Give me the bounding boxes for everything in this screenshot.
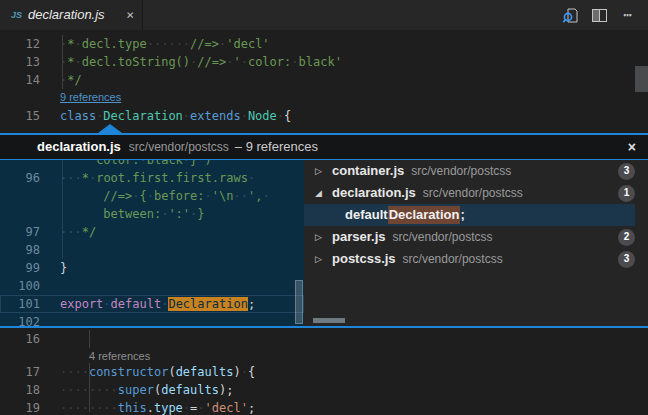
peek-body: color:·black·}')96···*·root.first.first.… xyxy=(0,160,648,328)
indent-guide xyxy=(62,160,63,259)
code-text xyxy=(40,313,60,326)
vscode-window: JS declaration.js × ⋯ 1 xyxy=(0,0,648,415)
editor-scrollbar[interactable] xyxy=(635,66,648,92)
line-number: 101 xyxy=(0,295,40,313)
peek-title-meta: – 9 references xyxy=(235,138,318,156)
line-number: 13 xyxy=(0,53,40,71)
code-line: 17····constructor(defaults)·{ xyxy=(0,363,648,381)
peek-arrow xyxy=(98,124,122,133)
more-actions-icon[interactable]: ⋯ xyxy=(618,5,638,25)
code-line: 18········super(defaults); xyxy=(0,381,648,399)
reference-count-badge: 3 xyxy=(618,251,635,268)
js-file-icon: JS xyxy=(11,6,22,24)
code-line: 12·*·decl.type······//=>·'decl' xyxy=(0,35,648,53)
line-number: 15 xyxy=(0,107,40,125)
line-number: 17 xyxy=(0,363,40,381)
peek-editor: color:·black·}')96···*·root.first.first.… xyxy=(0,160,304,326)
editor-bottom: 164 references17····constructor(defaults… xyxy=(0,328,648,412)
line-number xyxy=(0,187,40,205)
tab-declaration-js[interactable]: JS declaration.js × xyxy=(0,0,143,30)
reference-filename: declaration.js xyxy=(332,184,416,202)
code-text: ·*·decl.toString()·//=>·'·color:·black' xyxy=(40,53,342,71)
code-line: 101export·default·Declaration; xyxy=(0,295,304,313)
code-line: 13·*·decl.toString()·//=>·'·color:·black… xyxy=(0,53,648,71)
code-text: between:·':'·} xyxy=(40,205,205,223)
editor-top: 12·*·decl.type······//=>·'decl'13·*·decl… xyxy=(0,30,648,133)
code-line: 99} xyxy=(0,259,304,277)
code-line: 98 xyxy=(0,241,304,259)
line-number: 100 xyxy=(0,277,40,295)
line-number: 18 xyxy=(0,381,40,399)
code-line: 97···*/ xyxy=(0,223,304,241)
code-line: 100 xyxy=(0,277,304,295)
codelens-row: 9 references xyxy=(0,89,648,107)
chevron-expanded-icon[interactable]: ◢ xyxy=(315,184,332,202)
reference-file-row[interactable]: ▷parser.jssrc/vendor/postcss2 xyxy=(304,226,635,248)
indent-guide xyxy=(89,363,90,412)
line-number: 102 xyxy=(0,313,40,326)
code-line: 14·*/ xyxy=(0,71,648,89)
code-text: ···*·root.first.first.raws· xyxy=(40,169,255,187)
reference-path: src/vendor/postcss xyxy=(423,184,523,202)
reference-path: src/vendor/postcss xyxy=(411,162,511,180)
chevron-collapsed-icon[interactable]: ▷ xyxy=(315,250,332,268)
match-highlight: Declaration xyxy=(388,206,461,224)
line-number xyxy=(0,205,40,223)
code-text: ·*/ xyxy=(40,71,82,89)
reference-list-hscrollbar[interactable] xyxy=(313,318,345,323)
reference-list: ▷container.jssrc/vendor/postcss3◢declara… xyxy=(304,160,648,326)
peek-references-widget: declaration.js src/vendor/postcss – 9 re… xyxy=(0,133,648,328)
code-line: between:·':'·} xyxy=(0,205,304,223)
code-text: ········super(defaults); xyxy=(40,381,233,399)
search-file-icon[interactable] xyxy=(560,5,580,25)
codelens-row: 4 references xyxy=(0,348,648,363)
line-number: 96 xyxy=(0,169,40,187)
code-text xyxy=(40,330,60,348)
tab-bar: JS declaration.js × ⋯ xyxy=(0,0,648,30)
chevron-collapsed-icon[interactable]: ▷ xyxy=(315,228,332,246)
code-text: //=>·{·before:·'\n··',· xyxy=(40,187,270,205)
code-text: class·Declaration·extends·Node·{ xyxy=(40,107,291,125)
search-file-glyph xyxy=(562,7,579,24)
code-line: 96···*·root.first.first.raws· xyxy=(0,169,304,187)
line-number: 99 xyxy=(0,259,40,277)
peek-header: declaration.js src/vendor/postcss – 9 re… xyxy=(0,133,648,160)
indent-guide xyxy=(62,35,63,89)
tab-close-icon[interactable]: × xyxy=(126,6,134,24)
reference-match-row[interactable]: default Declaration; xyxy=(304,204,635,226)
line-number: 12 xyxy=(0,35,40,53)
split-editor-glyph xyxy=(592,9,607,22)
editor-top-code: 12·*·decl.type······//=>·'decl'13·*·decl… xyxy=(0,35,648,125)
reference-file-row[interactable]: ◢declaration.jssrc/vendor/postcss1 xyxy=(304,182,635,204)
code-line: color:·black·}') xyxy=(0,160,304,169)
peek-editor-scrollbar[interactable] xyxy=(295,280,303,324)
reference-filename: postcss.js xyxy=(332,250,396,268)
reference-path: src/vendor/postcss xyxy=(393,228,493,246)
codelens-references-link[interactable]: 4 references xyxy=(89,348,150,363)
reference-file-row[interactable]: ▷postcss.jssrc/vendor/postcss3 xyxy=(304,248,635,270)
code-text xyxy=(40,277,60,295)
code-text: export·default·Declaration; xyxy=(40,295,255,313)
reference-filename: parser.js xyxy=(332,228,386,246)
reference-file-row[interactable]: ▷container.jssrc/vendor/postcss3 xyxy=(304,160,635,182)
peek-close-icon[interactable]: × xyxy=(628,138,636,156)
line-number: 16 xyxy=(0,330,40,348)
tab-label: declaration.js xyxy=(28,6,122,24)
line-number: 98 xyxy=(0,241,40,259)
code-line: 19········this.type·=·'decl'; xyxy=(0,399,648,415)
chevron-collapsed-icon[interactable]: ▷ xyxy=(315,162,332,180)
reference-count-badge: 2 xyxy=(618,229,635,246)
codelens-references-link[interactable]: 9 references xyxy=(60,89,121,107)
line-number: 14 xyxy=(0,71,40,89)
editor-bottom-code: 164 references17····constructor(defaults… xyxy=(0,330,648,415)
split-editor-icon[interactable] xyxy=(589,5,609,25)
code-line: 102 xyxy=(0,313,304,326)
code-line: //=>·{·before:·'\n··',· xyxy=(0,187,304,205)
code-text: } xyxy=(40,259,67,277)
editor-actions: ⋯ xyxy=(560,0,648,30)
code-text xyxy=(40,241,60,259)
peek-title-path: src/vendor/postcss xyxy=(129,138,229,156)
reference-count-badge: 3 xyxy=(618,163,635,180)
code-line: 16 xyxy=(0,330,648,348)
reference-count-badge: 1 xyxy=(618,185,635,202)
